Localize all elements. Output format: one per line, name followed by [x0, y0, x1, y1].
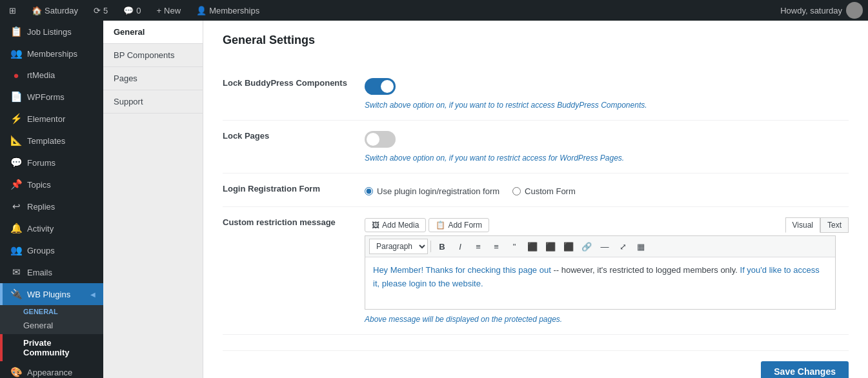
subnav-item-bp-components[interactable]: BP Components: [103, 44, 203, 67]
site-name: Saturday: [45, 6, 78, 15]
sidebar-label-appearance: Appearance: [27, 368, 96, 377]
new-label: New: [164, 6, 181, 15]
sidebar-item-activity[interactable]: 🔔 Activity: [0, 217, 103, 239]
sidebar-item-appearance[interactable]: 🎨 Appearance: [0, 361, 103, 378]
sidebar-item-groups[interactable]: 👥 Groups: [0, 239, 103, 261]
subnav-label-bp-components: BP Components: [114, 50, 174, 60]
radio-custom-form-input[interactable]: [512, 187, 521, 195]
submenu-item-private-community[interactable]: Private Community: [0, 334, 103, 361]
blockquote-button[interactable]: ": [506, 239, 523, 254]
lock-pages-control: Switch above option on, if you want to r…: [365, 121, 849, 174]
user-avatar[interactable]: [846, 2, 863, 19]
radio-plugin-form[interactable]: Use plugin login/registration form: [365, 186, 500, 196]
radio-plugin-form-input[interactable]: [365, 187, 373, 195]
elementor-icon: ⚡: [10, 113, 22, 124]
sidebar-item-topics[interactable]: 📌 Topics: [0, 174, 103, 195]
save-changes-button[interactable]: Save Changes: [761, 361, 849, 378]
replies-icon: ↩: [10, 201, 22, 212]
login-form-label: Login Registration Form: [223, 174, 365, 207]
activity-icon: 🔔: [10, 223, 22, 234]
setting-row-login-form: Login Registration Form Use plugin login…: [223, 174, 849, 207]
ordered-list-button[interactable]: ≡: [488, 239, 505, 254]
setting-row-restriction-message: Custom restriction message 🖼 Add Media 📋…: [223, 207, 849, 335]
login-form-control: Use plugin login/registration form Custo…: [365, 174, 849, 207]
form-icon: 📋: [436, 221, 445, 230]
align-center-button[interactable]: ⬛: [542, 239, 559, 254]
restriction-message-note: Above message will be displayed on the p…: [365, 315, 849, 324]
page-title: General Settings: [223, 34, 849, 55]
sidebar-item-wpforms[interactable]: 📄 WPForms: [0, 86, 103, 108]
toggle-knob-off: [367, 133, 379, 146]
tab-visual[interactable]: Visual: [785, 217, 820, 233]
adminbar-memberships-label: Memberships: [209, 6, 259, 15]
editor-body-text: -- however, it's restricted to logged me…: [553, 265, 740, 275]
adminbar-updates[interactable]: ⟳ 5: [90, 0, 112, 21]
settings-table: Lock BuddyPress Components Switch above …: [223, 68, 849, 335]
align-right-button[interactable]: ⬛: [560, 239, 577, 254]
setting-row-lock-pages: Lock Pages Switch above option on, if yo…: [223, 121, 849, 174]
adminbar-wp-logo[interactable]: ⊞: [5, 0, 20, 21]
subnav-item-pages[interactable]: Pages: [103, 67, 203, 90]
sidebar-item-elementor[interactable]: ⚡ Elementor: [0, 108, 103, 130]
fullscreen-button[interactable]: ⤢: [614, 239, 631, 254]
table-button[interactable]: ▦: [632, 239, 649, 254]
sidebar-item-job-listings[interactable]: 📋 Job Listings: [0, 21, 103, 43]
groups-icon: 👥: [10, 244, 22, 256]
wpforms-icon: 📄: [10, 91, 22, 103]
private-community-label: Private Community: [23, 338, 96, 357]
job-listings-icon: 📋: [10, 26, 22, 37]
unordered-list-button[interactable]: ≡: [470, 239, 487, 254]
lock-pages-label: Lock Pages: [223, 121, 365, 174]
adminbar-new[interactable]: + New: [153, 0, 185, 21]
sidebar-label-job-listings: Job Listings: [27, 27, 96, 37]
adminbar-site[interactable]: 🏠 Saturday: [28, 0, 82, 21]
editor-body[interactable]: Hey Member! Thanks for checking this pag…: [365, 257, 835, 309]
submenu-item-general[interactable]: General: [0, 317, 103, 334]
updates-count: 5: [103, 6, 108, 15]
italic-button[interactable]: I: [452, 239, 469, 254]
tab-text[interactable]: Text: [820, 217, 849, 233]
sidebar-label-elementor: Elementor: [27, 114, 96, 124]
sidebar-item-wb-plugins[interactable]: 🔌 WB Plugins ◀: [0, 283, 103, 305]
lock-pages-toggle[interactable]: [365, 131, 396, 148]
add-media-button[interactable]: 🖼 Add Media: [365, 218, 426, 232]
radio-custom-form[interactable]: Custom Form: [512, 186, 576, 196]
adminbar-comments[interactable]: 💬 0: [119, 0, 145, 21]
subnav-label-general: General: [114, 27, 145, 37]
topics-icon: 📌: [10, 179, 22, 190]
sidebar-label-rtmedia: rtMedia: [27, 70, 96, 80]
sidebar-label-topics: Topics: [27, 180, 96, 190]
sidebar-item-replies[interactable]: ↩ Replies: [0, 195, 103, 217]
align-left-button[interactable]: ⬛: [524, 239, 541, 254]
lock-buddypress-toggle[interactable]: [365, 78, 396, 95]
link-button[interactable]: 🔗: [578, 239, 595, 254]
add-form-label: Add Form: [448, 221, 482, 230]
add-form-button[interactable]: 📋 Add Form: [429, 218, 489, 232]
toggle-slider-off: [365, 131, 396, 148]
subnav-item-general[interactable]: General: [103, 21, 203, 44]
sidebar-label-replies: Replies: [27, 202, 96, 212]
save-area: Save Changes: [223, 350, 849, 378]
format-select[interactable]: Paragraph: [369, 239, 428, 254]
sidebar-item-memberships[interactable]: 👥 Memberships: [0, 43, 103, 65]
subnav-item-support[interactable]: Support: [103, 90, 203, 114]
sidebar-item-templates[interactable]: 📐 Templates: [0, 130, 103, 152]
main-content: General Settings Lock BuddyPress Compone…: [203, 21, 868, 378]
subnav-panel: General BP Components Pages Support: [103, 21, 203, 378]
admin-bar: ⊞ 🏠 Saturday ⟳ 5 💬 0 + New 👤 Memberships…: [0, 0, 868, 21]
forums-icon: 💬: [10, 157, 22, 168]
sidebar-label-wpforms: WPForms: [27, 92, 96, 102]
hr-button[interactable]: —: [596, 239, 613, 254]
wb-plugins-arrow-icon: ◀: [90, 291, 96, 298]
sidebar-item-forums[interactable]: 💬 Forums: [0, 152, 103, 174]
sidebar-label-forums: Forums: [27, 158, 96, 168]
toggle-knob: [381, 80, 394, 93]
adminbar-memberships[interactable]: 👤 Memberships: [192, 0, 263, 21]
sidebar-item-rtmedia[interactable]: ● rtMedia: [0, 65, 103, 86]
updates-icon: ⟳: [94, 6, 101, 15]
fmt-separator-1: [430, 241, 431, 252]
sidebar-label-wb-plugins: WB Plugins: [27, 290, 85, 299]
sidebar-item-emails[interactable]: ✉ Emails: [0, 261, 103, 283]
bold-button[interactable]: B: [434, 239, 450, 254]
comments-icon: 💬: [123, 6, 134, 15]
